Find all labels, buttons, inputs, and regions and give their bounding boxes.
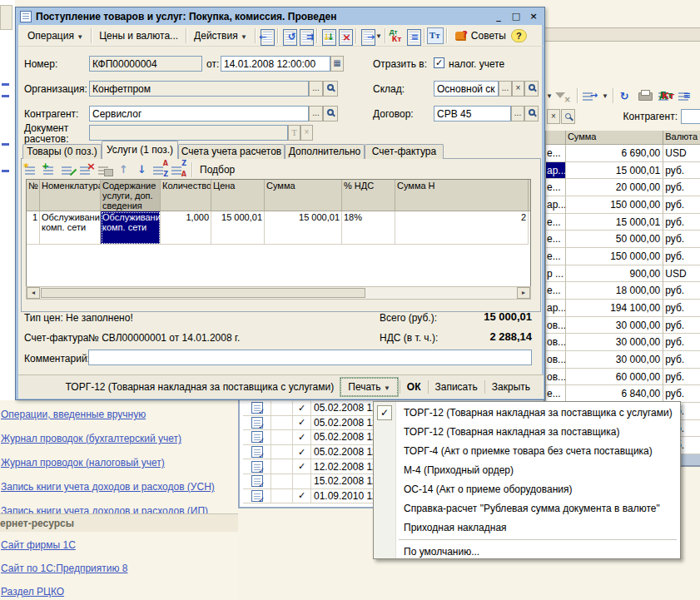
grid-column-header[interactable]: Сумма xyxy=(265,180,342,211)
grid-cell[interactable]: 18% xyxy=(342,211,395,245)
export-icon[interactable] xyxy=(582,89,598,102)
grid-cell[interactable]: 15 000,01 xyxy=(211,211,265,245)
tab-5[interactable]: Счет-фактура xyxy=(365,144,444,159)
structure-subordination-icon[interactable] xyxy=(297,27,314,44)
close-button[interactable]: × xyxy=(527,11,540,22)
reread-document-icon[interactable] xyxy=(258,27,275,44)
number-input[interactable] xyxy=(89,56,202,72)
move-down-icon[interactable] xyxy=(134,163,150,176)
pick-button[interactable]: Подбор xyxy=(195,162,240,177)
end-edit-icon[interactable] xyxy=(97,163,113,176)
organization-open-button[interactable] xyxy=(323,81,338,97)
chevron-down-icon[interactable]: ▼ xyxy=(546,92,553,100)
warehouse-input[interactable] xyxy=(434,81,499,97)
help-button[interactable]: ? xyxy=(511,29,527,42)
grid-cell[interactable]: 2 xyxy=(395,211,529,245)
calendar-button[interactable]: ▦ xyxy=(330,56,344,72)
resource-link[interactable]: Раздел РЦКО xyxy=(1,586,64,598)
table-row[interactable]: ов...30 000,00руб. xyxy=(546,351,700,369)
document-movements-icon[interactable] xyxy=(405,27,421,44)
settlement-type-button[interactable]: T xyxy=(288,125,300,141)
report-icon[interactable] xyxy=(678,89,693,102)
menu-item-print-form[interactable]: Приходная накладная xyxy=(374,518,680,538)
invoice-value[interactable]: № СВЛ00000001 от 14.01.2008 г. xyxy=(88,332,240,344)
grid-column-header[interactable]: № xyxy=(27,180,40,211)
print-button[interactable]: Печать ▼ xyxy=(340,378,398,396)
settlement-doc-input[interactable] xyxy=(89,125,288,141)
table-row[interactable]: 1Обслуживание комп. сетиОбслуживание ком… xyxy=(27,211,530,245)
menu-item-print-form[interactable]: М-4 (Приходный ордер) xyxy=(374,461,680,480)
table-row[interactable]: ар...15 000,01руб. xyxy=(546,162,700,180)
dt-kt-icon[interactable] xyxy=(658,89,673,102)
tab-3[interactable]: Счета учета расчетов xyxy=(178,144,285,159)
contractor-filter-input[interactable] xyxy=(681,109,700,124)
grid-column-header[interactable]: Номенклатура xyxy=(40,180,101,211)
resource-link[interactable]: Сайт фирмы 1С xyxy=(1,539,76,551)
grid-horizontal-scrollbar[interactable]: ◂ ▸ xyxy=(26,286,531,300)
grid-cell[interactable]: Обслуживание комп. сети xyxy=(40,211,101,245)
contract-input[interactable] xyxy=(434,106,511,121)
comment-input[interactable] xyxy=(88,350,532,365)
close-dialog-button[interactable]: Закрыть xyxy=(485,379,537,395)
scrollbar-thumb[interactable] xyxy=(41,288,365,298)
post-document-icon[interactable] xyxy=(320,27,336,44)
contractor-open-button[interactable] xyxy=(323,106,338,121)
tab-4[interactable]: Дополнительно xyxy=(285,144,365,159)
sort-az-icon[interactable] xyxy=(152,163,168,176)
chevron-down-icon[interactable]: ▼ xyxy=(602,92,608,100)
menu-item-print-form[interactable]: ТОРГ-12 (Товарная накладная за поставщик… xyxy=(374,423,680,442)
table-row[interactable]: ар...194 100,00руб. xyxy=(546,300,700,317)
grid-cell[interactable]: 15 000,01 xyxy=(265,211,342,245)
organization-select-button[interactable]: ... xyxy=(309,81,323,97)
dt-kt-icon[interactable] xyxy=(388,27,405,44)
unpost-document-icon[interactable] xyxy=(336,27,353,44)
table-row[interactable]: е...20 000,00руб. xyxy=(546,179,700,196)
column-fragment[interactable] xyxy=(546,131,566,144)
sort-za-icon[interactable] xyxy=(171,163,186,176)
table-row[interactable]: ов...30 000,00руб. xyxy=(546,317,700,335)
delete-row-icon[interactable] xyxy=(79,163,95,176)
table-row[interactable]: е...15 000,01руб. xyxy=(546,214,700,231)
ok-button[interactable]: ОК xyxy=(400,379,428,395)
tax-accounting-checkbox[interactable]: ✓ xyxy=(434,57,444,68)
contract-open-button[interactable] xyxy=(524,106,539,121)
table-row[interactable]: е...50 000,00руб. xyxy=(546,231,700,248)
menu-item-print-form[interactable]: ТОРГ-4 (Акт о приемке товара без счета п… xyxy=(374,442,680,461)
chevron-down-icon[interactable]: ▼ xyxy=(375,32,382,40)
scroll-right-button[interactable]: ▸ xyxy=(517,287,530,299)
nav-link[interactable]: Журнал проводок (бухгалтерский учет) xyxy=(1,433,181,444)
minimize-button[interactable]: _ xyxy=(492,11,505,22)
tab-2[interactable]: Услуги (1 поз.) xyxy=(102,141,178,159)
warehouse-clear-button[interactable]: × xyxy=(512,81,524,97)
scroll-left-button[interactable]: ◂ xyxy=(27,287,40,299)
table-row[interactable]: ар...150 000,00руб. xyxy=(546,196,700,214)
dialog-title-bar[interactable]: Поступление товаров и услуг: Покупка, ко… xyxy=(16,7,544,25)
table-row[interactable]: ов...30 000,00руб. xyxy=(546,334,700,351)
contractor-input[interactable] xyxy=(89,106,309,121)
date-input[interactable] xyxy=(221,56,330,72)
grid-column-header[interactable]: % НДС xyxy=(342,180,395,211)
grid-column-header[interactable]: Цена xyxy=(211,180,265,211)
move-up-icon[interactable] xyxy=(116,163,132,176)
resource-link[interactable]: Сайт по 1С:Предприятию 8 xyxy=(1,563,127,574)
grid-column-header[interactable]: Содержание услуги, доп. сведения xyxy=(101,180,161,211)
table-row[interactable]: е...150 000,00руб. xyxy=(546,248,700,265)
table-row[interactable]: е...6 690,00USD xyxy=(546,145,700,162)
warehouse-select-button[interactable]: ... xyxy=(499,81,512,97)
menu-operation[interactable]: Операция ▼ xyxy=(22,28,88,43)
grid-cell[interactable]: Обслуживание комп. сети xyxy=(101,211,161,245)
contract-select-button[interactable]: ... xyxy=(511,106,524,121)
table-row[interactable]: р ...900,00USD xyxy=(546,265,700,283)
menu-item-print-form[interactable]: ОС-14 (Акт о приеме оборудования) xyxy=(374,480,680,499)
create-based-on-icon[interactable] xyxy=(359,27,375,44)
menu-prices-currency[interactable]: Цены и валюта... xyxy=(94,28,183,43)
grid-cell[interactable]: 1,000 xyxy=(161,211,211,245)
clear-filter-button[interactable]: × xyxy=(547,109,560,124)
menu-item-print-form[interactable]: ТОРГ-12 (Товарная накладная за поставщик… xyxy=(374,404,680,423)
nav-link[interactable]: Запись книги учета доходов и расходов (У… xyxy=(1,481,215,493)
table-row[interactable]: е...6 840,00руб. xyxy=(546,385,700,403)
menu-item-print-form[interactable]: Справка-расчет "Рублевая сумма документа… xyxy=(374,499,680,518)
grid-cell[interactable]: 1 xyxy=(27,211,40,245)
write-button[interactable]: Записать xyxy=(429,379,484,395)
organization-input[interactable] xyxy=(89,81,309,97)
